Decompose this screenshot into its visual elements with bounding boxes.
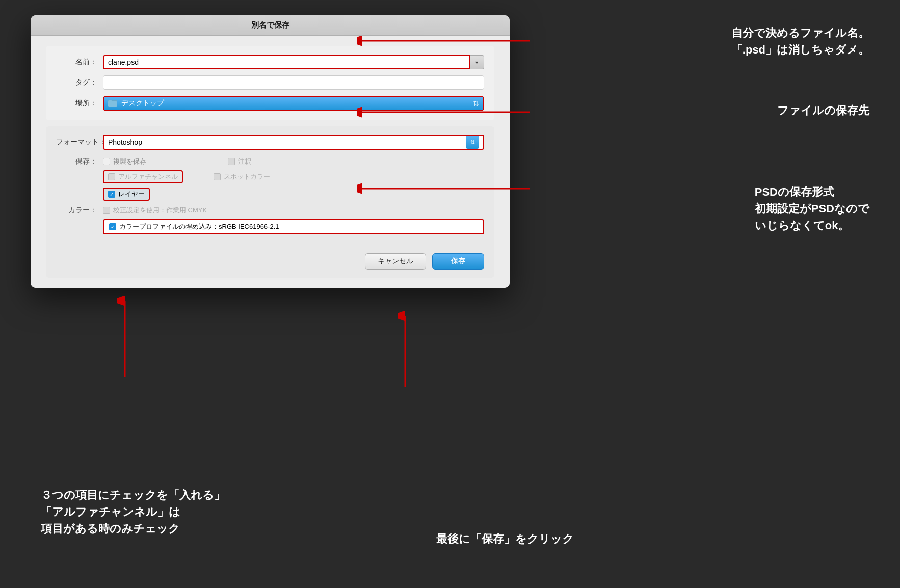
annotation-bottom-right: PSDの保存形式 初期設定がPSDなので いじらなくてok。 <box>755 183 869 234</box>
color-label: カラー： <box>56 206 97 215</box>
name-label: 名前： <box>56 58 97 67</box>
name-dropdown-btn[interactable]: ▾ <box>470 55 484 69</box>
checkbox-profile-box[interactable]: ✓ <box>109 223 116 230</box>
checkbox-spot: スポットカラー <box>214 170 270 183</box>
annotation-bottom-center: 最後に「保存」をクリック <box>436 530 574 547</box>
format-value: Photoshop <box>108 138 466 146</box>
checkbox-profile-label: カラープロファイルの埋め込み：sRGB IEC61966-2.1 <box>119 222 279 231</box>
color-options: カラー： 校正設定を使用：作業用 CMYK ✓ カラープロファイルの埋め込み：s… <box>56 206 484 234</box>
checkbox-layers-box[interactable]: ✓ <box>108 191 115 198</box>
arrow-to-save <box>398 311 413 392</box>
save-option-label: 保存： <box>56 157 97 166</box>
format-chevron: ⇅ <box>466 136 479 149</box>
arrow-to-name <box>357 25 535 56</box>
dialog-body: 名前： ▾ タグ： 場所： <box>31 36 510 288</box>
format-row: フォーマット： Photoshop ⇅ <box>56 135 484 150</box>
arrow-to-location <box>357 99 535 125</box>
save-button[interactable]: 保存 <box>432 253 484 270</box>
checkbox-spot-box[interactable] <box>214 173 221 180</box>
tag-row: タグ： <box>56 75 484 90</box>
checkbox-proof: 校正設定を使用：作業用 CMYK <box>103 206 207 215</box>
checkbox-spot-label: スポットカラー <box>224 172 270 181</box>
annotation-top-right: 自分で決めるファイル名。 「.psd」は消しちゃダメ。 <box>731 24 869 58</box>
color-profile-row: ✓ カラープロファイルの埋め込み：sRGB IEC61966-2.1 <box>56 219 484 234</box>
arrow-to-format <box>357 168 535 209</box>
button-row: キャンセル 保存 <box>56 245 484 270</box>
checkbox-proof-box[interactable] <box>103 207 110 214</box>
tag-label: タグ： <box>56 78 97 87</box>
checkbox-alpha: アルファチャンネル <box>103 170 183 183</box>
tag-input[interactable] <box>103 75 484 90</box>
name-input-wrapper: ▾ <box>103 55 484 69</box>
arrow-to-checkboxes <box>117 296 133 382</box>
annotation-bottom-left: ３つの項目にチェックを「入れる」 「アルファチャンネル」は 項目がある時のみチェ… <box>41 487 225 537</box>
checkbox-alpha-box[interactable] <box>108 173 115 180</box>
name-input[interactable] <box>103 55 470 69</box>
svg-rect-1 <box>108 100 112 102</box>
cancel-button[interactable]: キャンセル <box>365 253 426 270</box>
options-row-1: 保存： 複製を保存 注釈 <box>56 157 484 166</box>
folder-icon <box>108 100 117 107</box>
checkbox-duplicate: 複製を保存 <box>103 157 146 166</box>
checkbox-notes-label: 注釈 <box>238 157 251 166</box>
name-row: 名前： ▾ <box>56 55 484 69</box>
checkbox-notes-box[interactable] <box>228 158 235 165</box>
save-dialog: 別名で保存 名前： ▾ タグ： 場所： <box>31 15 510 288</box>
color-profile-box: ✓ カラープロファイルの埋め込み：sRGB IEC61966-2.1 <box>103 219 484 234</box>
checkbox-layers: ✓ レイヤー <box>103 188 150 201</box>
format-label: フォーマット： <box>56 138 97 147</box>
annotation-mid-right: ファイルの保存先 <box>777 102 869 119</box>
checkbox-duplicate-label: 複製を保存 <box>113 157 146 166</box>
checkbox-duplicate-box[interactable] <box>103 158 110 165</box>
checkbox-alpha-label: アルファチャンネル <box>118 172 178 181</box>
location-label: 場所： <box>56 99 97 108</box>
checkbox-notes: 注釈 <box>228 157 251 166</box>
format-select[interactable]: Photoshop ⇅ <box>103 135 484 150</box>
checkboxes-area-1: 複製を保存 注釈 <box>103 157 484 166</box>
checkbox-proof-label: 校正設定を使用：作業用 CMYK <box>113 206 207 215</box>
checkbox-layers-label: レイヤー <box>118 190 145 199</box>
